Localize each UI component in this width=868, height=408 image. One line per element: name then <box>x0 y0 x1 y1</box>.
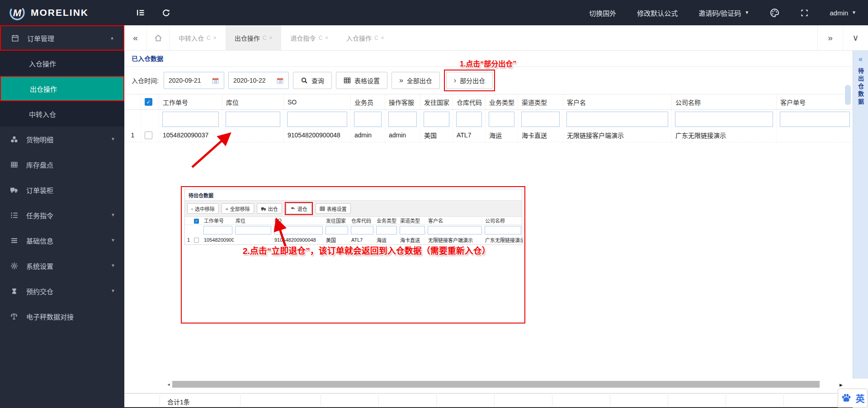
column-header[interactable]: 库位 <box>222 94 284 110</box>
tab-refresh-icon[interactable]: C <box>318 35 322 41</box>
filter-input[interactable] <box>485 226 521 234</box>
tabs-menu-chevron-down-icon[interactable]: ∨ <box>843 25 868 50</box>
tab-refresh-icon[interactable]: C <box>207 35 211 41</box>
filter-input[interactable] <box>566 112 668 127</box>
filter-input[interactable] <box>388 112 417 127</box>
column-header[interactable]: 业务类型 <box>486 94 518 110</box>
sidebar-item-in-warehouse-op[interactable]: 入仓操作 <box>0 51 124 76</box>
filter-input[interactable] <box>274 226 323 234</box>
calendar-picker-icon[interactable]: 15 <box>212 77 219 84</box>
scrollbar-thumb[interactable] <box>172 381 820 388</box>
sidebar-item-goods-detail[interactable]: 货物明细 ▼ <box>0 127 124 152</box>
column-header[interactable]: 操作客服 <box>385 94 420 110</box>
column-header[interactable]: 业务员 <box>351 94 385 110</box>
column-header[interactable]: 业务类型 <box>375 217 398 225</box>
out-warehouse-button[interactable]: 出仓 <box>257 203 282 214</box>
calendar-picker-icon[interactable]: 15 <box>277 77 283 84</box>
tabs-scroll-left-button[interactable]: « <box>124 25 147 50</box>
column-header[interactable]: 发往国家 <box>324 217 349 225</box>
column-header[interactable]: 仓库代码 <box>349 217 375 225</box>
filter-input[interactable] <box>456 112 482 127</box>
tab-close-icon[interactable]: × <box>213 35 217 41</box>
panel-expand-icon[interactable]: « <box>859 55 863 63</box>
filter-input[interactable] <box>400 226 425 234</box>
home-tab-button[interactable] <box>147 25 170 50</box>
column-header[interactable]: 渠道类型 <box>398 217 426 225</box>
fullscreen-icon[interactable] <box>800 9 809 17</box>
sidebar-item-appointment[interactable]: 预约交仓 ▼ <box>0 278 124 304</box>
column-header[interactable]: SO <box>284 94 351 110</box>
filter-input[interactable] <box>354 112 382 127</box>
filter-input[interactable] <box>489 112 514 127</box>
tab-refresh-icon[interactable]: C <box>263 35 267 41</box>
pending-out-side-panel[interactable]: « 待出仓数据 <box>853 51 868 379</box>
select-all-checkbox[interactable]: ✓ <box>194 219 199 224</box>
filter-input[interactable] <box>162 112 219 127</box>
refresh-icon[interactable] <box>157 4 175 22</box>
user-dropdown[interactable]: admin ▼ <box>830 9 856 17</box>
tab-close-icon[interactable]: × <box>325 35 328 41</box>
column-header[interactable]: 客户单号 <box>777 94 853 110</box>
tab-out-warehouse-op[interactable]: 出仓操作 C × <box>226 25 282 50</box>
sidebar-item-sys-settings[interactable]: 系统设置 ▼ <box>0 253 124 278</box>
filter-input[interactable] <box>226 112 280 127</box>
column-header[interactable]: 工作单号 <box>202 217 234 225</box>
tab-return-instruction[interactable]: 退仓指令 C × <box>281 25 337 50</box>
sidebar-item-base-info[interactable]: 基础信息 ▼ <box>0 228 124 253</box>
sidebar-item-task-cmd[interactable]: 任务指令 ▼ <box>0 202 124 228</box>
switch-overseas-link[interactable]: 切换国外 <box>589 8 616 18</box>
column-header[interactable]: 工作单号 <box>159 94 222 110</box>
filter-input[interactable] <box>780 112 850 127</box>
filter-input[interactable] <box>235 226 271 234</box>
column-header[interactable]: 公司名称 <box>483 217 523 225</box>
theme-palette-icon[interactable] <box>770 8 779 18</box>
sidebar-item-out-warehouse-op[interactable]: 出仓操作 <box>0 76 124 101</box>
tab-in-warehouse-op[interactable]: 入仓操作 C × <box>337 25 393 50</box>
tab-refresh-icon[interactable]: C <box>374 35 378 41</box>
column-header[interactable]: 库位 <box>234 217 273 225</box>
date-from-field[interactable]: 15 <box>164 72 224 89</box>
filter-input[interactable] <box>376 226 397 234</box>
filter-input[interactable] <box>351 226 373 234</box>
select-all-checkbox[interactable]: ✓ <box>145 98 152 106</box>
date-from-input[interactable] <box>169 77 210 84</box>
date-to-field[interactable]: 15 <box>228 72 289 89</box>
ime-indicator[interactable]: 英 <box>838 389 868 408</box>
column-header[interactable]: 渠道类型 <box>518 94 563 110</box>
tab-close-icon[interactable]: × <box>381 35 384 41</box>
scrollbar-left-arrow[interactable]: ◂ <box>165 382 172 387</box>
inner-table-settings-button[interactable]: 表格设置 <box>316 203 351 214</box>
column-header[interactable]: 公司名称 <box>672 94 777 110</box>
column-header[interactable]: 客户名 <box>426 217 483 225</box>
modify-formula-link[interactable]: 修改默认公式 <box>637 8 678 18</box>
filter-input[interactable] <box>424 112 449 127</box>
column-header[interactable]: 仓库代码 <box>453 94 486 110</box>
return-warehouse-button[interactable]: 退仓 <box>286 203 311 214</box>
filter-input[interactable] <box>675 112 773 127</box>
partial-out-button[interactable]: › 部分出仓 <box>446 72 493 89</box>
filter-input[interactable] <box>287 112 347 127</box>
all-out-button[interactable]: » 全部出仓 <box>392 72 440 89</box>
vertical-scrollbar-thumb[interactable] <box>845 85 851 105</box>
sidebar-item-order-loading[interactable]: 订单装柜 <box>0 177 124 202</box>
filter-input[interactable] <box>203 226 232 234</box>
sidebar-item-order-mgmt[interactable]: 订单管理 ▲ <box>0 25 124 51</box>
date-to-input[interactable] <box>233 77 275 84</box>
table-row[interactable]: 1 1054820090037 910548200900048 admin ad… <box>125 129 853 142</box>
column-header[interactable]: 发往国家 <box>420 94 453 110</box>
column-header[interactable]: 客户名 <box>563 94 672 110</box>
filter-input[interactable] <box>326 226 348 234</box>
sidebar-item-escale-data[interactable]: 电子秤数据对接 <box>0 304 124 329</box>
filter-input[interactable] <box>428 226 482 234</box>
tab-close-icon[interactable]: × <box>269 35 272 41</box>
table-row[interactable]: 1 1054820090037 910548200900048 美国 ATL7 … <box>185 235 523 244</box>
tabs-scroll-right-button[interactable]: » <box>817 25 843 50</box>
column-header[interactable]: SO <box>273 217 324 225</box>
row-checkbox[interactable] <box>145 131 152 139</box>
row-checkbox[interactable] <box>194 238 199 243</box>
table-settings-button[interactable]: 表格设置 <box>336 72 387 89</box>
filter-input[interactable] <box>521 112 560 127</box>
sidebar-toggle-icon[interactable] <box>132 4 150 22</box>
remove-all-button[interactable]: « 全部移除 <box>222 203 254 214</box>
sidebar-item-inventory-check[interactable]: 库存盘点 <box>0 152 124 177</box>
